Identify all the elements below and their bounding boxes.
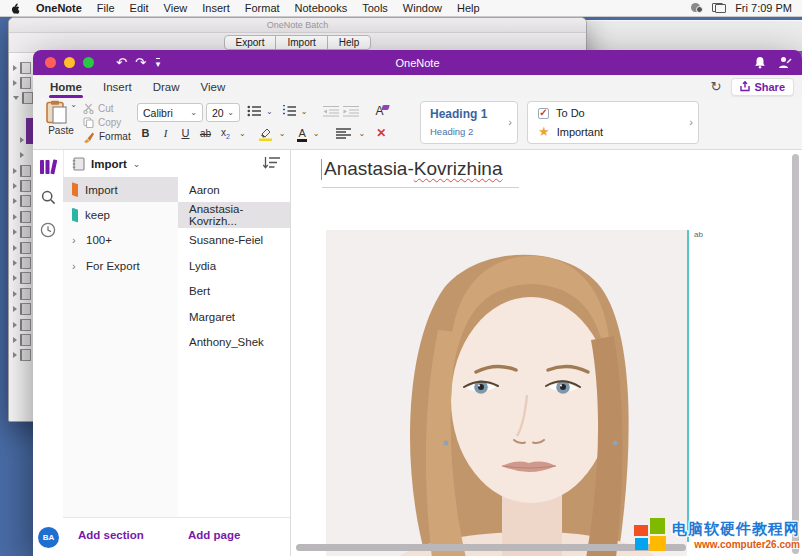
- sort-icon[interactable]: [263, 156, 280, 170]
- numbering-dropdown-icon[interactable]: ⌄: [301, 107, 308, 116]
- panels-footer: Add section Add page: [63, 517, 290, 556]
- menu-view[interactable]: View: [164, 2, 188, 14]
- clear-formatting-button[interactable]: A: [375, 104, 383, 118]
- batch-tab-help[interactable]: Help: [327, 35, 372, 50]
- user-avatar[interactable]: BA: [38, 527, 59, 548]
- style-heading1[interactable]: Heading 1: [430, 107, 487, 121]
- notifications-bell-icon[interactable]: [754, 56, 766, 69]
- todo-checkbox-icon: ✓: [538, 108, 549, 119]
- menu-edit[interactable]: Edit: [130, 2, 149, 14]
- share-button[interactable]: Share: [731, 78, 794, 96]
- page-item[interactable]: Anthony_Shek: [178, 329, 290, 354]
- paste-dropdown-icon[interactable]: ⌄: [70, 100, 77, 109]
- decrease-indent-icon[interactable]: [323, 105, 339, 117]
- font-color-button[interactable]: A: [298, 128, 305, 139]
- alignment-icon[interactable]: [336, 128, 351, 139]
- style-heading2[interactable]: Heading 2: [430, 126, 473, 137]
- bold-button[interactable]: B: [139, 127, 152, 139]
- page-canvas[interactable]: Anastasia-Kovrizhina: [290, 150, 802, 556]
- font-size-select[interactable]: 20 ⌄: [206, 103, 240, 122]
- portrait-photo[interactable]: [326, 230, 687, 556]
- format-painter-button[interactable]: Format: [83, 130, 131, 143]
- section-group-for-export[interactable]: › For Export: [63, 253, 178, 278]
- screen-mirroring-icon[interactable]: [712, 3, 726, 13]
- font-color-dropdown-icon[interactable]: ⌄: [313, 129, 320, 138]
- menu-tools[interactable]: Tools: [362, 2, 388, 14]
- cut-button[interactable]: Cut: [83, 102, 131, 115]
- copy-button[interactable]: Copy: [83, 116, 131, 129]
- macos-menubar: OneNote File Edit View Insert Format Not…: [0, 0, 802, 17]
- menu-window[interactable]: Window: [403, 2, 442, 14]
- page-title-misspelled: Kovrizhina: [414, 158, 503, 180]
- apple-icon[interactable]: [10, 2, 21, 14]
- font-name-select[interactable]: Calibri ⌄: [137, 103, 203, 122]
- notebooks-nav-icon[interactable]: [39, 158, 57, 176]
- font-size-value: 20: [212, 107, 224, 119]
- sync-status-icon[interactable]: ↻: [711, 80, 722, 93]
- styles-expand-icon[interactable]: ›: [508, 116, 512, 128]
- italic-button[interactable]: I: [159, 127, 172, 139]
- tag-important-label: Important: [557, 126, 603, 138]
- page-item[interactable]: Margaret: [178, 304, 290, 329]
- page-title[interactable]: Anastasia-Kovrizhina: [321, 158, 503, 180]
- page-item[interactable]: Aaron: [178, 177, 290, 202]
- highlighter-dropdown-icon[interactable]: ⌄: [279, 129, 286, 138]
- menu-notebooks[interactable]: Notebooks: [295, 2, 348, 14]
- bullet-list-icon[interactable]: [247, 105, 262, 117]
- menubar-app-name[interactable]: OneNote: [36, 2, 82, 14]
- page-item[interactable]: Bert: [178, 279, 290, 304]
- notebook-icon: [20, 211, 31, 223]
- group-chevron-icon: ›: [72, 234, 79, 246]
- add-section-button[interactable]: Add section: [78, 529, 144, 541]
- menu-file[interactable]: File: [97, 2, 115, 14]
- tab-view[interactable]: View: [200, 75, 227, 98]
- notebook-icon: [20, 180, 31, 192]
- paste-label: Paste: [41, 125, 81, 136]
- notebook-dropdown-icon[interactable]: ⌄: [133, 159, 141, 169]
- clipboard-group: Cut Copy Format: [83, 102, 131, 143]
- tag-important[interactable]: ★ Important: [538, 125, 603, 138]
- page-item[interactable]: Lydia: [178, 253, 290, 278]
- bullet-dropdown-icon[interactable]: ⌄: [266, 107, 273, 116]
- numbered-list-icon[interactable]: [282, 105, 297, 117]
- background-window-edge: [575, 20, 802, 51]
- horizontal-scrollbar[interactable]: [296, 544, 686, 551]
- highlighter-button[interactable]: [259, 127, 272, 140]
- section-item-import[interactable]: Import: [63, 177, 178, 202]
- menu-format[interactable]: Format: [245, 2, 280, 14]
- volume-status-icon[interactable]: [691, 3, 703, 13]
- notebook-icon: [20, 165, 31, 177]
- tab-draw[interactable]: Draw: [152, 75, 181, 98]
- vertical-scrollbar[interactable]: [792, 154, 799, 554]
- delete-button[interactable]: ✕: [376, 126, 386, 140]
- batch-tab-import[interactable]: Import: [275, 35, 327, 50]
- subscript-dropdown-icon[interactable]: ⌄: [239, 129, 246, 138]
- recent-notes-clock-icon[interactable]: [40, 222, 56, 238]
- windows-logo-icon: [634, 518, 667, 551]
- tags-expand-icon[interactable]: ›: [689, 116, 693, 128]
- menubar-clock[interactable]: Fri 7:09 PM: [735, 2, 792, 14]
- notebook-selector[interactable]: Import: [91, 158, 127, 170]
- menu-insert[interactable]: Insert: [202, 2, 230, 14]
- increase-indent-icon[interactable]: [343, 105, 359, 117]
- strikethrough-button[interactable]: ab: [199, 128, 212, 139]
- subscript-button[interactable]: x2: [219, 127, 232, 140]
- format-label: Format: [99, 131, 131, 142]
- menu-help[interactable]: Help: [457, 2, 480, 14]
- alignment-dropdown-icon[interactable]: ⌄: [358, 129, 365, 138]
- account-share-icon[interactable]: [778, 56, 792, 69]
- tag-todo[interactable]: ✓ To Do: [538, 107, 585, 119]
- section-group-100[interactable]: › 100+: [63, 228, 178, 253]
- tab-home[interactable]: Home: [49, 75, 83, 98]
- section-item-keep[interactable]: keep: [63, 202, 178, 227]
- search-icon[interactable]: [41, 190, 56, 205]
- styles-gallery[interactable]: Heading 1 Heading 2 ›: [420, 101, 518, 144]
- page-item-selected[interactable]: Anastasia-Kovrizh...: [178, 202, 290, 227]
- paste-button[interactable]: ⌄ Paste: [41, 100, 81, 136]
- batch-tab-export[interactable]: Export: [224, 35, 277, 50]
- tab-insert[interactable]: Insert: [102, 75, 133, 98]
- add-page-button[interactable]: Add page: [188, 529, 240, 541]
- page-item[interactable]: Susanne-Feiel: [178, 228, 290, 253]
- tags-gallery[interactable]: ✓ To Do ★ Important ›: [527, 101, 699, 144]
- underline-button[interactable]: U: [179, 127, 192, 139]
